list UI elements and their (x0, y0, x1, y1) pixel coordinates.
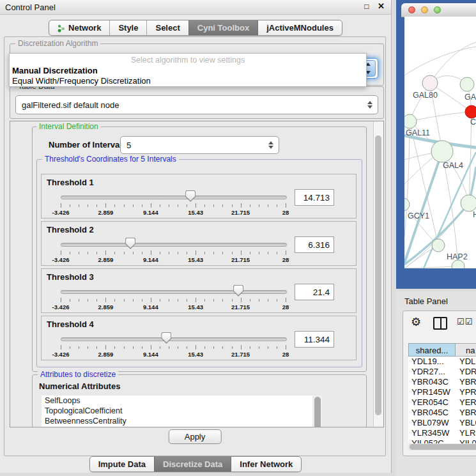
slider-thumb[interactable] (185, 190, 196, 202)
network-node-gcy1[interactable] (404, 198, 410, 211)
table-cell: YBL0 (456, 418, 476, 428)
tick-label: -3.426 (52, 256, 70, 263)
num-intervals-value: 5 (127, 141, 131, 150)
float-icon[interactable]: □ (364, 2, 369, 11)
threshold-slider[interactable]: -3.4262.8599.14415.4321.71528 (61, 284, 286, 311)
group-title-thresholds: Threshold's Coordinates for 5 Intervals (42, 155, 179, 164)
tick-mark (268, 346, 268, 349)
threshold-slider[interactable]: -3.4262.8599.14415.4321.71528 (61, 190, 286, 217)
column-header-shared[interactable]: shared... (408, 343, 456, 357)
slider-track[interactable] (61, 196, 287, 199)
network-canvas[interactable]: GAL80GACGAL11GAL4GCY1HHAP2 (404, 17, 476, 268)
slider-tick-labels: -3.4262.8599.14415.4321.71528 (61, 303, 286, 311)
list-scrollbar[interactable] (314, 395, 322, 427)
network-node-hap2[interactable] (432, 239, 445, 252)
table-hscrollbar-thumb[interactable] (410, 444, 476, 450)
slider-track[interactable] (61, 243, 287, 247)
panel-scrollbar-thumb[interactable] (375, 135, 381, 415)
tick-mark (61, 298, 61, 302)
tick-mark (232, 204, 233, 207)
threshold-value-field[interactable]: 11.344 (295, 331, 334, 348)
table-data-combobox[interactable]: galFiltered.sif default node (15, 95, 378, 114)
table-row[interactable]: YBR043CYBR0 (408, 377, 476, 387)
gear-icon[interactable]: ⚙ (411, 315, 421, 329)
list-scrollbar-thumb[interactable] (314, 397, 321, 427)
table-row[interactable]: YIL052CYIL0 (408, 438, 476, 443)
tick-mark (277, 299, 277, 302)
table-row[interactable]: YPR145WYPR1 (408, 387, 476, 397)
table-row[interactable]: YLR345WYLR3 (408, 428, 476, 438)
close-traffic-light[interactable] (408, 6, 415, 13)
threshold-value-field[interactable]: 21.4 (295, 284, 334, 300)
table-row[interactable]: YBR045CYBR0 (408, 408, 476, 418)
num-intervals-combobox[interactable]: 5 (120, 136, 279, 154)
tick-mark (286, 203, 286, 208)
slider-thumb[interactable] (233, 285, 243, 296)
table-row[interactable]: YER054CYER0 (408, 397, 476, 408)
zoom-traffic-light[interactable] (434, 6, 441, 13)
tick-mark (169, 346, 169, 349)
tab-select[interactable]: Select (146, 20, 188, 35)
close-icon[interactable]: ✕ (378, 1, 385, 11)
dropdown-item-equal-width-frequency-discretization[interactable]: Equal Width/Frequency Discretization (10, 76, 366, 86)
attributes-group: Attributes to discretize Numerical Attri… (32, 374, 367, 427)
table-row[interactable]: YDL19...YDL1 (408, 357, 476, 367)
apply-button[interactable]: Apply (169, 429, 222, 444)
tab-discretize-data[interactable]: Discretize Data (154, 457, 231, 472)
table-row[interactable]: YDR27...YDR2 (408, 367, 476, 377)
threshold-slider[interactable]: -3.4262.8599.14415.4321.71528 (61, 237, 286, 264)
group-title-interval: Interval Definition (36, 122, 101, 131)
tick-mark (241, 203, 242, 208)
network-node-h[interactable] (461, 195, 476, 211)
tick-label: 28 (282, 209, 289, 216)
column-header-na[interactable]: na (456, 343, 476, 357)
cyni-toolbox-content: Discretization Algorithm Select algorith… (4, 36, 386, 456)
tab-impute-data[interactable]: Impute Data (90, 457, 154, 472)
tab-network[interactable]: Network (49, 20, 109, 35)
tab-label: Infer Network (240, 459, 293, 469)
tab-style[interactable]: Style (109, 20, 146, 35)
algorithm-dropdown: Select algorithm to view settings Manual… (9, 53, 367, 87)
tick-mark (178, 252, 178, 254)
table-cell: YBR0 (456, 408, 476, 418)
slider-track[interactable] (61, 337, 287, 341)
network-node-c[interactable] (465, 105, 476, 118)
slider-thumb[interactable] (125, 238, 135, 249)
table-cell: YIL0 (456, 438, 476, 443)
network-node-ga[interactable] (460, 77, 474, 91)
tick-mark (133, 204, 134, 207)
tick-mark (232, 346, 233, 349)
columns-icon[interactable] (433, 317, 447, 330)
tick-mark (222, 252, 223, 254)
panel-scrollbar[interactable] (373, 121, 383, 427)
tick-mark (169, 252, 169, 254)
threshold-slider[interactable]: -3.4262.8599.14415.4321.71528 (61, 332, 286, 358)
slider-track[interactable] (61, 290, 287, 294)
select-columns-icon[interactable]: ☑☑ (457, 317, 473, 326)
table-cell: YBR0 (456, 377, 476, 387)
tab-infer-network[interactable]: Infer Network (231, 457, 301, 472)
slider-thumb[interactable] (161, 332, 171, 344)
minimize-traffic-light[interactable] (421, 6, 428, 13)
table-hscrollbar[interactable] (408, 443, 476, 450)
tick-mark (151, 345, 151, 349)
network-node-gal11[interactable] (404, 114, 417, 128)
threshold-value-field[interactable]: 6.316 (295, 236, 334, 253)
attribute-item-betweennesscentrality[interactable]: BetweennessCentrality (42, 416, 312, 426)
threshold-value-field[interactable]: 14.713 (295, 189, 334, 206)
network-node-gal4[interactable] (431, 141, 453, 162)
tab-jactivemnodules[interactable]: jActiveMNodules (257, 20, 342, 35)
slider-tick-labels: -3.4262.8599.14415.4321.71528 (61, 351, 286, 358)
tick-mark (259, 204, 259, 207)
dropdown-item-manual-discretization[interactable]: Manual Discretization (10, 66, 366, 76)
network-node-gal80[interactable] (422, 75, 438, 91)
table-row[interactable]: YBL079WYBL0 (408, 418, 476, 428)
network-window-titlebar (401, 3, 476, 17)
attribute-item-selfloops[interactable]: SelfLoops (42, 395, 312, 406)
thresholds-group: Threshold's Coordinates for 5 Intervals … (36, 159, 362, 367)
tab-cyni-toolbox[interactable]: Cyni Toolbox (188, 20, 257, 35)
table-cell: YBR045C (408, 408, 456, 418)
tick-label: 21.715 (231, 351, 250, 358)
attribute-item-topologicalcoefficient[interactable]: TopologicalCoefficient (42, 406, 312, 416)
tick-mark (178, 204, 178, 207)
